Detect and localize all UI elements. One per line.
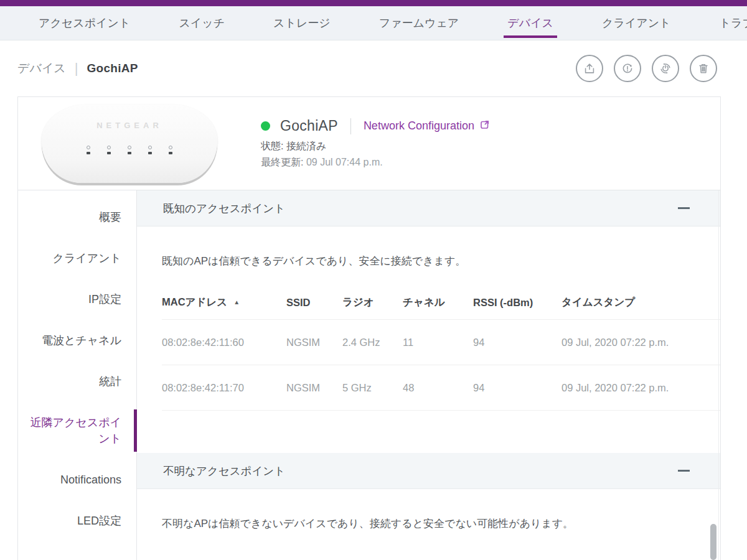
scrollbar-track xyxy=(718,190,719,560)
status-label: 状態: xyxy=(261,141,283,151)
scrollbar-thumb[interactable] xyxy=(710,524,716,560)
export-button[interactable] xyxy=(576,55,603,82)
cell-channel: 11 xyxy=(403,320,473,365)
sidebar-item-statistics[interactable]: 統計 xyxy=(18,373,136,390)
breadcrumb-separator: | xyxy=(75,60,78,77)
cell-channel: 48 xyxy=(403,365,473,411)
device-info-block: GochiAP Network Configuration 状態: 接続済み xyxy=(261,118,491,169)
known-ap-section-title: 既知のアクセスポイント xyxy=(163,201,285,216)
unknown-ap-section-title: 不明なアクセスポイント xyxy=(163,464,285,478)
column-timestamp[interactable]: タイムスタンプ xyxy=(561,287,720,320)
external-link-icon xyxy=(479,119,491,133)
device-section-sidebar: 概要 クライアント IP設定 電波とチャネル 統計 近隣アクセスポイント Not… xyxy=(18,190,137,560)
tab-storage[interactable]: ストレージ xyxy=(273,6,331,40)
updated-value: 09 Jul 07:44 p.m. xyxy=(306,157,383,167)
refresh-alert-icon xyxy=(621,62,634,75)
device-summary-header: NETGEAR GochiAP Network Configuration xyxy=(18,97,720,190)
updated-label: 最終更新: xyxy=(261,157,303,167)
device-led-row xyxy=(42,146,217,154)
known-ap-section-header: 既知のアクセスポイント xyxy=(137,190,720,226)
cell-mac: 08:02:8e:42:11:60 xyxy=(162,320,286,365)
reboot-icon xyxy=(659,62,672,75)
sidebar-item-ip-settings[interactable]: IP設定 xyxy=(18,291,136,307)
tab-devices[interactable]: デバイス xyxy=(507,6,553,40)
sidebar-item-notifications[interactable]: Notifications xyxy=(18,472,136,488)
device-detail-card: NETGEAR GochiAP Network Configuration xyxy=(17,96,721,560)
tab-access-points[interactable]: アクセスポイント xyxy=(39,6,130,40)
lan-led-icon xyxy=(107,146,111,154)
column-ssid[interactable]: SSID xyxy=(216,549,481,560)
unknown-ap-section-header: 不明なアクセスポイント xyxy=(137,453,720,489)
refresh-firmware-button[interactable] xyxy=(614,55,641,82)
title-divider xyxy=(350,118,351,134)
access-point-image: NETGEAR xyxy=(42,105,217,183)
known-ap-table: MACアドレス▲ SSID ラジオ チャネル RSSI (-dBm) タイムスタ… xyxy=(162,287,720,411)
online-status-dot xyxy=(261,121,270,131)
cell-ssid: NGSIM xyxy=(286,320,342,365)
main-navigation: アクセスポイント スイッチ ストレージ ファームウェア デバイス クライアント … xyxy=(0,6,747,40)
network-configuration-label: Network Configuration xyxy=(364,119,474,133)
wifi-24ghz-led-icon xyxy=(148,146,153,154)
neighboring-ap-content: 既知のアクセスポイント 既知のAPは信頼できるデバイスであり、安全に接続できます… xyxy=(137,190,720,560)
power-led-icon xyxy=(87,146,91,154)
cell-rssi: 94 xyxy=(473,365,561,411)
unknown-ap-description: 不明なAPは信頼できないデバイスであり、接続すると安全でない可能性があります。 xyxy=(137,489,720,531)
device-brand-text: NETGEAR xyxy=(42,121,217,130)
column-rssi[interactable]: RSSI (-dBm) xyxy=(596,549,670,560)
device-action-toolbar xyxy=(576,55,717,82)
unknown-ap-table: MACアドレス▲ SSID ラジオ チャネル RSSI (-dBm) タイムスタ… xyxy=(162,549,720,560)
known-ap-description: 既知のAPは信頼できるデバイスであり、安全に接続できます。 xyxy=(137,226,720,268)
sidebar-item-clients[interactable]: クライアント xyxy=(18,250,136,266)
status-value: 接続済み xyxy=(286,141,326,151)
table-row: 08:02:8e:42:11:70 NGSIM 5 GHz 48 94 09 J… xyxy=(162,365,720,411)
sidebar-item-radio-channel[interactable]: 電波とチャネル xyxy=(18,332,136,348)
column-radio[interactable]: ラジオ xyxy=(342,287,403,320)
sidebar-item-neighboring-aps[interactable]: 近隣アクセスポイント xyxy=(18,414,136,447)
column-mac-address[interactable]: MACアドレス▲ xyxy=(162,549,216,560)
cell-mac: 08:02:8e:42:11:70 xyxy=(162,365,286,411)
tab-switches[interactable]: スイッチ xyxy=(179,6,225,40)
cell-radio: 2.4 GHz xyxy=(342,320,403,365)
column-channel[interactable]: チャネル xyxy=(529,549,596,560)
cell-ssid: NGSIM xyxy=(286,365,342,411)
device-updated-line: 最終更新: 09 Jul 07:44 p.m. xyxy=(261,156,491,169)
network-configuration-link[interactable]: Network Configuration xyxy=(364,119,491,133)
breadcrumb-current-device: GochiAP xyxy=(87,62,138,75)
sidebar-item-led-settings[interactable]: LED設定 xyxy=(18,513,136,529)
cell-timestamp: 09 Jul, 2020 07:22 p.m. xyxy=(561,365,720,411)
cell-timestamp: 09 Jul, 2020 07:22 p.m. xyxy=(561,320,720,365)
reboot-button[interactable] xyxy=(652,55,679,82)
tab-clients[interactable]: クライアント xyxy=(602,6,671,40)
wifi-5ghz-led-icon xyxy=(169,146,173,154)
column-rssi[interactable]: RSSI (-dBm) xyxy=(473,287,561,320)
column-ssid[interactable]: SSID xyxy=(286,287,342,320)
sort-asc-icon: ▲ xyxy=(233,299,240,306)
column-radio[interactable]: ラジオ xyxy=(481,549,529,560)
column-label: MACアドレス xyxy=(162,296,227,307)
device-status-line: 状態: 接続済み xyxy=(261,140,491,153)
breadcrumb-toolbar-row: デバイス | GochiAP xyxy=(0,40,747,96)
column-mac-address[interactable]: MACアドレス▲ xyxy=(162,287,286,320)
export-icon xyxy=(583,62,596,75)
brand-top-bar xyxy=(0,0,747,6)
breadcrumb: デバイス | GochiAP xyxy=(17,60,138,77)
table-row: 08:02:8e:42:11:60 NGSIM 2.4 GHz 11 94 09… xyxy=(162,320,720,365)
column-channel[interactable]: チャネル xyxy=(403,287,473,320)
device-name: GochiAP xyxy=(280,118,338,134)
known-ap-header-row: MACアドレス▲ SSID ラジオ チャネル RSSI (-dBm) タイムスタ… xyxy=(162,287,720,320)
delete-button[interactable] xyxy=(690,55,717,82)
sidebar-item-summary[interactable]: 概要 xyxy=(18,209,136,225)
tab-troubleshooting[interactable]: トラブルシュ xyxy=(720,6,747,40)
unknown-ap-header-row: MACアドレス▲ SSID ラジオ チャネル RSSI (-dBm) タイムスタ… xyxy=(162,549,720,560)
breadcrumb-devices-link[interactable]: デバイス xyxy=(17,60,66,77)
tab-firmware[interactable]: ファームウェア xyxy=(379,6,459,40)
unknown-ap-collapse-button[interactable] xyxy=(673,460,694,482)
known-ap-collapse-button[interactable] xyxy=(673,198,694,219)
cell-radio: 5 GHz xyxy=(342,365,403,411)
wan-led-icon xyxy=(128,146,132,154)
delete-icon xyxy=(697,62,710,75)
minus-icon xyxy=(678,207,690,209)
minus-icon xyxy=(678,470,690,472)
cell-rssi: 94 xyxy=(473,320,561,365)
